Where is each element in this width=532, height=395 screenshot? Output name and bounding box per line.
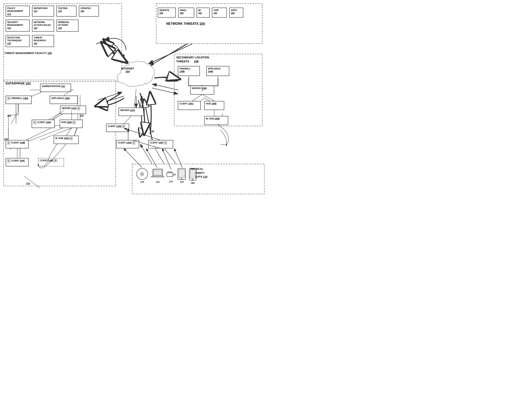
remedial-actions-box: REMEDIALACTIONS 128 (56, 20, 78, 32)
w-hub-a-box: W. HUB 150A S (54, 136, 79, 144)
server-a-box: SERVER 142A S (60, 106, 86, 114)
threat-research-label: THREATRESEARCH (34, 36, 46, 42)
svg-rect-2 (174, 54, 262, 126)
svg-line-34 (23, 126, 56, 142)
svg-marker-44 (151, 176, 164, 177)
w-hub-b-box: W. HUB 150B (204, 116, 228, 125)
apps-box: APPS168 (229, 8, 243, 18)
svg-rect-53 (190, 170, 196, 178)
ref-152-5: 152 (26, 182, 30, 185)
client-c-box: S CLIENT 144C (6, 158, 29, 166)
firewall-b-box: FIREWALL138B (178, 66, 200, 76)
client-b-box: S CLIENT 144B (6, 140, 29, 148)
firewall-a-box: S FIREWALL 138A (6, 96, 32, 104)
svg-line-38 (24, 176, 40, 188)
svg-line-81 (124, 128, 160, 140)
security-management-box: SECURITYMANAGEMENT 122 (6, 20, 30, 32)
client-d-center-box: CLIENT 144D S (116, 140, 139, 148)
detection-techniques-label: DETECTIONTECHNIQUES (7, 36, 22, 42)
device-172-label: 172 (151, 181, 164, 183)
updates-ref: 120 (80, 10, 84, 12)
svg-point-41 (142, 173, 143, 175)
threat-research-ref: 132 (34, 42, 37, 45)
svg-line-63 (66, 128, 72, 136)
administration-box: ADMINISTRATION 134 (40, 84, 71, 92)
definitions-box: DEFINITIONS 114 (32, 5, 54, 16)
ref-152-3: 152 (80, 114, 84, 117)
voip-box: VOIP164 (212, 8, 227, 18)
svg-rect-46 (173, 174, 175, 175)
svg-line-27 (11, 112, 18, 124)
svg-line-70 (202, 94, 214, 101)
updates-box: UPDATES 120 (79, 5, 99, 16)
client-e-box: CLIENT 144E S (106, 124, 129, 132)
ref-152-4: 152 (150, 130, 154, 133)
internet-label: INTERNET154 (121, 67, 134, 73)
svg-line-69 (192, 94, 202, 101)
diagram: POLICY MANAGEMENT 112 DEFINITIONS 114 TE… (0, 0, 266, 198)
network-threats-label: NETWORK THREATS 104 (166, 22, 205, 26)
internet-cloud: INTERNET154 (115, 59, 155, 89)
svg-point-51 (181, 178, 182, 179)
tmf-label: THREAT MANAGEMENT FACILITY 100 (4, 52, 52, 55)
svg-line-73 (124, 116, 131, 124)
svg-rect-55 (191, 169, 194, 169)
remedial-actions-label: REMEDIALACTIONS (58, 21, 69, 26)
network-access-rules-box: NETWORKACCESS RULES 124 (32, 20, 54, 32)
network-access-rules-ref: 124 (34, 27, 37, 29)
detection-techniques-ref: 130 (7, 42, 11, 45)
svg-line-75 (124, 148, 142, 168)
appliance-b-box: APPLIANCE140B (206, 66, 229, 76)
svg-rect-45 (167, 173, 173, 177)
server-b-box: SERVER 142B (190, 86, 214, 95)
hub-b-box: HUB 148B (204, 101, 224, 110)
device-170-icon: 170 (136, 168, 148, 183)
definitions-label: DEFINITIONS (34, 7, 48, 9)
client-g-box: CLIENT 144G (178, 101, 201, 110)
device-178-label: 178 (176, 181, 187, 183)
testing-label: TESTING (58, 7, 68, 9)
ref-152-2: 152 (4, 138, 8, 141)
hub-a-box: HUB 148A S (60, 120, 83, 128)
remedial-actions-ref: 128 (58, 27, 62, 29)
testing-box: TESTING 118 (56, 5, 77, 16)
email-box: EMAIL160 (178, 8, 194, 18)
device-172-icon: 172 (151, 168, 164, 183)
device-180-label: 180 (188, 182, 197, 184)
policy-management-ref: 112 (7, 13, 11, 15)
policy-management-box: POLICY MANAGEMENT 112 (6, 5, 30, 16)
svg-rect-50 (179, 170, 185, 178)
website-box: WEBSITE158 (158, 8, 176, 18)
detection-techniques-box: DETECTIONTECHNIQUES 130 (6, 35, 30, 47)
svg-point-54 (192, 179, 193, 180)
im-box: IM162 (197, 8, 210, 18)
updates-label: UPDATES (80, 7, 91, 9)
svg-line-76 (146, 148, 157, 168)
secondary-location-label: SECONDARY LOCATIONTHREATS 108 (176, 56, 209, 63)
device-180-icon: 180 (188, 168, 197, 184)
policy-management-label: POLICY MANAGEMENT (7, 7, 23, 12)
security-management-ref: 122 (7, 27, 11, 29)
device-170-label: 170 (136, 181, 148, 183)
client-f-box: CLIENT 144F S (148, 140, 173, 148)
server-c-box: SERVER 142C (118, 108, 145, 116)
svg-rect-43 (154, 170, 162, 175)
threat-research-box: THREATRESEARCH 132 (32, 35, 54, 47)
client-d-dashed-box: CLIENT 144D S (38, 158, 64, 166)
device-174-label: 174 (166, 180, 176, 183)
device-178-icon: 178 (176, 168, 187, 183)
svg-line-77 (162, 148, 171, 170)
security-management-label: SECURITYMANAGEMENT (7, 21, 23, 26)
client-a-box: S CLIENT 144A (32, 120, 55, 128)
enterprise-label: ENTERPRISE 102 (6, 82, 31, 85)
network-access-rules-label: NETWORKACCESS RULES (34, 21, 51, 26)
testing-ref: 118 (58, 10, 62, 12)
device-174-icon: 174 (166, 170, 176, 183)
ref-152-1: 152 (7, 114, 11, 117)
svg-line-72 (134, 89, 136, 108)
appliance-a-box: APPLIANCE 140A (50, 96, 78, 104)
definitions-ref: 114 (34, 10, 37, 12)
svg-line-78 (174, 148, 182, 168)
